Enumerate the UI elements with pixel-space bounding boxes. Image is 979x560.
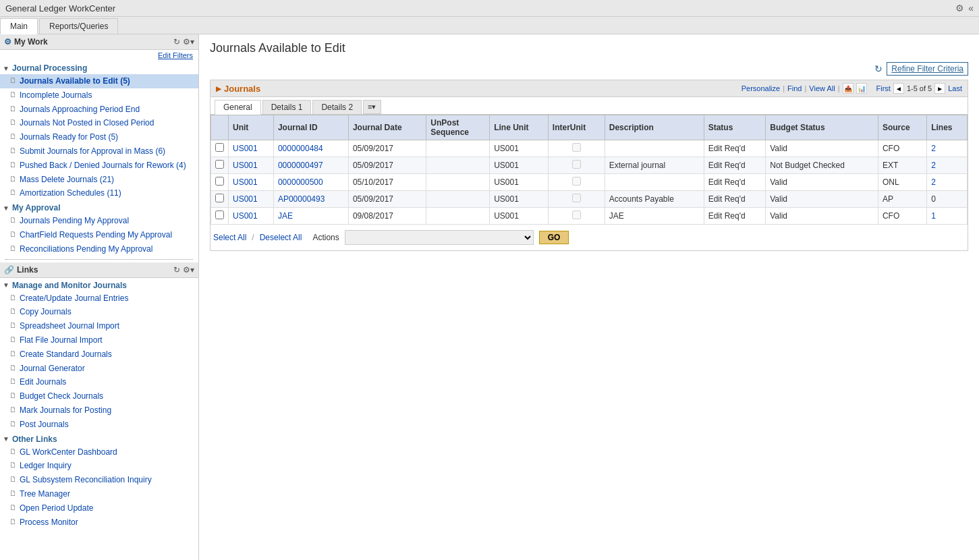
collapse-icon[interactable]: « bbox=[968, 3, 974, 13]
sidebar-item-journal-generator[interactable]: 🗋 Journal Generator bbox=[0, 362, 198, 376]
lines-link[interactable]: 2 bbox=[931, 144, 936, 153]
submit-approval-link[interactable]: Submit Journals for Approval in Mass (6) bbox=[20, 146, 165, 157]
journals-available-link[interactable]: Journals Available to Edit (5) bbox=[20, 76, 130, 87]
copy-journals-link[interactable]: Copy Journals bbox=[20, 306, 72, 318]
edit-filters-link[interactable]: Edit Filters bbox=[158, 51, 193, 59]
spreadsheet-import-link[interactable]: Spreadsheet Journal Import bbox=[20, 320, 119, 332]
sidebar-item-journals-pending[interactable]: 🗋 Journals Pending My Approval bbox=[0, 214, 198, 228]
refresh-filter-icon[interactable]: ↻ bbox=[874, 63, 883, 74]
last-link[interactable]: Last bbox=[948, 84, 962, 92]
ledger-inquiry-link[interactable]: Ledger Inquiry bbox=[20, 460, 72, 472]
sidebar-item-post-journals[interactable]: 🗋 Post Journals bbox=[0, 418, 198, 432]
journals-pending-link[interactable]: Journals Pending My Approval bbox=[20, 215, 129, 227]
budget-check-link[interactable]: Budget Check Journals bbox=[20, 391, 103, 402]
mark-posting-link[interactable]: Mark Journals for Posting bbox=[20, 405, 111, 416]
approaching-link[interactable]: Journals Approaching Period End bbox=[20, 104, 140, 115]
sidebar-item-journals-available[interactable]: 🗋 Journals Available to Edit (5) bbox=[0, 74, 198, 88]
create-standard-link[interactable]: Create Standard Journals bbox=[20, 349, 112, 360]
first-link[interactable]: First bbox=[876, 84, 891, 92]
row-checkbox[interactable] bbox=[215, 160, 224, 169]
settings-links-icon[interactable]: ⚙▾ bbox=[183, 265, 194, 275]
sidebar-item-pushed-back[interactable]: 🗋 Pushed Back / Denied Journals for Rewo… bbox=[0, 159, 198, 173]
lines-link[interactable]: 1 bbox=[931, 211, 936, 221]
sidebar-item-create-update[interactable]: 🗋 Create/Update Journal Entries bbox=[0, 291, 198, 306]
journal-id-link[interactable]: 0000000484 bbox=[278, 144, 323, 153]
export-icon[interactable]: 📤 bbox=[843, 83, 854, 94]
reconciliations-link[interactable]: Reconciliations Pending My Approval bbox=[20, 244, 152, 255]
journal-id-link[interactable]: JAE bbox=[278, 211, 293, 221]
sidebar-item-mark-posting[interactable]: 🗋 Mark Journals for Posting bbox=[0, 403, 198, 418]
tab-main[interactable]: Main bbox=[0, 18, 38, 34]
sidebar-item-amortization[interactable]: 🗋 Amortization Schedules (11) bbox=[0, 186, 198, 200]
unit-link[interactable]: US001 bbox=[233, 177, 258, 187]
not-posted-link[interactable]: Journals Not Posted in Closed Period bbox=[20, 117, 154, 129]
unit-link[interactable]: US001 bbox=[233, 144, 258, 153]
sidebar-item-submit-approval[interactable]: 🗋 Submit Journals for Approval in Mass (… bbox=[0, 144, 198, 159]
unit-link[interactable]: US001 bbox=[233, 211, 258, 221]
row-checkbox[interactable] bbox=[215, 177, 224, 186]
process-monitor-link[interactable]: Process Monitor bbox=[20, 517, 78, 528]
chart-icon[interactable]: 📊 bbox=[856, 83, 867, 94]
sidebar-item-gl-workcenter[interactable]: 🗋 GL WorkCenter Dashboard bbox=[0, 445, 198, 459]
settings-my-work-icon[interactable]: ⚙▾ bbox=[183, 37, 194, 47]
sidebar-item-not-posted[interactable]: 🗋 Journals Not Posted in Closed Period bbox=[0, 116, 198, 130]
view-all-link[interactable]: View All bbox=[809, 84, 835, 92]
row-checkbox[interactable] bbox=[215, 143, 224, 152]
chartfield-pending-link[interactable]: ChartField Requests Pending My Approval bbox=[20, 229, 172, 241]
refresh-links-icon[interactable]: ↻ bbox=[173, 265, 180, 275]
post-journals-link[interactable]: Post Journals bbox=[20, 419, 69, 430]
lines-link[interactable]: 2 bbox=[931, 177, 936, 187]
sidebar-item-chartfield-pending[interactable]: 🗋 ChartField Requests Pending My Approva… bbox=[0, 228, 198, 242]
journal-id-link[interactable]: 0000000500 bbox=[278, 177, 323, 187]
sidebar-item-incomplete[interactable]: 🗋 Incomplete Journals bbox=[0, 88, 198, 103]
sidebar-item-open-period[interactable]: 🗋 Open Period Update bbox=[0, 501, 198, 515]
create-update-link[interactable]: Create/Update Journal Entries bbox=[20, 293, 128, 304]
tab-details1[interactable]: Details 1 bbox=[262, 100, 312, 114]
select-all-link[interactable]: Select All bbox=[213, 233, 246, 242]
open-period-link[interactable]: Open Period Update bbox=[20, 503, 93, 514]
row-checkbox[interactable] bbox=[215, 194, 224, 202]
sidebar-item-budget-check[interactable]: 🗋 Budget Check Journals bbox=[0, 389, 198, 403]
tab-icon-extra[interactable]: ≡▾ bbox=[363, 100, 381, 114]
incomplete-journals-link[interactable]: Incomplete Journals bbox=[20, 90, 92, 101]
sidebar-item-mass-delete[interactable]: 🗋 Mass Delete Journals (21) bbox=[0, 173, 198, 187]
journal-id-link[interactable]: AP00000493 bbox=[278, 194, 325, 204]
find-link[interactable]: Find bbox=[787, 84, 802, 92]
refresh-my-work-icon[interactable]: ↻ bbox=[173, 37, 180, 47]
row-checkbox[interactable] bbox=[215, 211, 224, 219]
journal-generator-link[interactable]: Journal Generator bbox=[20, 363, 85, 374]
gl-subsystem-link[interactable]: GL Subsystem Reconciliation Inquiry bbox=[20, 474, 152, 486]
edit-journals-link[interactable]: Edit Journals bbox=[20, 376, 66, 388]
deselect-all-link[interactable]: Deselect All bbox=[260, 233, 302, 242]
tab-reports-queries[interactable]: Reports/Queries bbox=[39, 18, 118, 34]
sidebar-item-copy-journals[interactable]: 🗋 Copy Journals bbox=[0, 305, 198, 319]
gl-workcenter-link[interactable]: GL WorkCenter Dashboard bbox=[20, 447, 117, 458]
sidebar-item-reconciliations[interactable]: 🗋 Reconciliations Pending My Approval bbox=[0, 242, 198, 256]
prev-page-icon[interactable]: ◄ bbox=[893, 83, 904, 94]
settings-icon[interactable]: ⚙ bbox=[955, 3, 964, 13]
ready-post-link[interactable]: Journals Ready for Post (5) bbox=[20, 132, 118, 143]
sidebar-item-tree-manager[interactable]: 🗋 Tree Manager bbox=[0, 487, 198, 501]
actions-select[interactable] bbox=[345, 230, 534, 245]
sidebar-item-ready-post[interactable]: 🗋 Journals Ready for Post (5) bbox=[0, 130, 198, 144]
lines-link[interactable]: 2 bbox=[931, 161, 936, 170]
next-page-icon[interactable]: ► bbox=[934, 83, 945, 94]
journal-id-link[interactable]: 0000000497 bbox=[278, 161, 323, 170]
sidebar-item-process-monitor[interactable]: 🗋 Process Monitor bbox=[0, 515, 198, 530]
personalize-link[interactable]: Personalize bbox=[742, 84, 780, 92]
unit-link[interactable]: US001 bbox=[233, 161, 258, 170]
go-button[interactable]: GO bbox=[539, 231, 569, 244]
sidebar-item-approaching[interactable]: 🗋 Journals Approaching Period End bbox=[0, 103, 198, 117]
sidebar-item-ledger-inquiry[interactable]: 🗋 Ledger Inquiry bbox=[0, 459, 198, 473]
refine-filter-link[interactable]: Refine Filter Criteria bbox=[887, 62, 968, 76]
sidebar-item-flat-file[interactable]: 🗋 Flat File Journal Import bbox=[0, 333, 198, 347]
sidebar-item-gl-subsystem[interactable]: 🗋 GL Subsystem Reconciliation Inquiry bbox=[0, 473, 198, 487]
flat-file-link[interactable]: Flat File Journal Import bbox=[20, 335, 103, 346]
amortization-link[interactable]: Amortization Schedules (11) bbox=[20, 188, 121, 199]
sidebar-item-spreadsheet-import[interactable]: 🗋 Spreadsheet Journal Import bbox=[0, 319, 198, 333]
sidebar-item-edit-journals[interactable]: 🗋 Edit Journals bbox=[0, 375, 198, 389]
tab-general[interactable]: General bbox=[215, 100, 261, 115]
sidebar-item-create-standard[interactable]: 🗋 Create Standard Journals bbox=[0, 347, 198, 362]
tab-details2[interactable]: Details 2 bbox=[312, 100, 362, 114]
mass-delete-link[interactable]: Mass Delete Journals (21) bbox=[20, 174, 114, 186]
